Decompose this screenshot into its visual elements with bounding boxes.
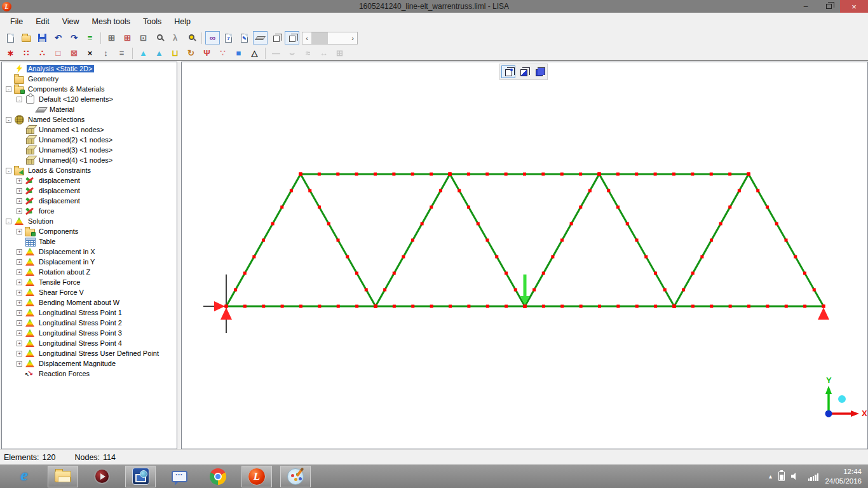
expand-toggle[interactable]: + (17, 310, 22, 316)
expand-toggle[interactable]: + (17, 361, 22, 367)
toolbar-scrollbar[interactable]: ‹› (302, 32, 358, 44)
tree-item-unnamed-3-1-nodes[interactable]: Unnamed(3) <1 nodes> (2, 145, 177, 155)
volume-icon[interactable] (791, 472, 798, 480)
taskbar-messaging-button[interactable] (164, 466, 194, 487)
show-selected-only-button[interactable]: ∞ (205, 31, 220, 44)
zoom-button[interactable] (152, 31, 166, 44)
element-tools-button[interactable]: ∷ (19, 46, 34, 60)
fly-through-button[interactable]: λ (168, 31, 182, 44)
tree-item-reaction-forces[interactable]: Reaction Forces (2, 369, 177, 379)
tree-item-force[interactable]: +force (2, 206, 177, 216)
taskbar-media-player-button[interactable] (86, 466, 117, 487)
expand-toggle[interactable]: + (17, 280, 22, 285)
menu-item-file[interactable]: File (4, 15, 29, 29)
revolve-button[interactable]: ↻ (184, 46, 198, 60)
nodes-between-button[interactable]: ∴ (35, 46, 50, 60)
expand-toggle[interactable]: + (17, 300, 22, 306)
menu-item-mesh-tools[interactable]: Mesh tools (86, 15, 137, 29)
toolbar-scroll-left[interactable]: ‹ (302, 34, 311, 42)
tree-item-unnamed-4-1-nodes[interactable]: Unnamed(4) <1 nodes> (2, 155, 177, 165)
renumber-elements-button[interactable]: ≡ (114, 46, 129, 60)
tree-item-longitudinal-stress-point-4[interactable]: +Longitudinal Stress Point 4 (2, 338, 177, 348)
save-button[interactable] (35, 31, 50, 44)
expand-toggle[interactable]: + (17, 229, 22, 234)
new-file-button[interactable] (3, 31, 18, 44)
taskbar-paint-button[interactable] (280, 466, 311, 487)
adjust-button[interactable]: ↔ (316, 46, 331, 60)
restore-button[interactable] (817, 0, 840, 13)
menu-item-tools[interactable]: Tools (137, 15, 168, 29)
isometric-view-button[interactable]: ⊞ (104, 31, 119, 44)
wireframe-element-view-button[interactable] (285, 31, 299, 44)
hidden-icons-chevron[interactable]: ▴ (769, 473, 772, 480)
axes-cube-view-button[interactable]: ⊞ (120, 31, 135, 44)
collapse-toggle[interactable]: - (6, 117, 11, 123)
straight-line-button[interactable]: — (269, 46, 283, 60)
expand-toggle[interactable]: + (17, 198, 22, 204)
expand-toggle[interactable]: + (17, 320, 22, 326)
solid-element-view-button[interactable] (269, 31, 283, 44)
tree-item-named-selections[interactable]: -Named Selections (2, 114, 177, 125)
hidden-line-mode-button[interactable] (517, 65, 531, 78)
tree-item-longitudinal-stress-user-defined-point[interactable]: +Longitudinal Stress User Defined Point (2, 348, 177, 358)
delete-button[interactable]: × (83, 46, 97, 60)
collapse-toggle[interactable]: - (6, 219, 11, 224)
tree-item-default-120-elements[interactable]: -Default <120 elements> (2, 94, 177, 104)
tree-item-longitudinal-stress-point-3[interactable]: +Longitudinal Stress Point 3 (2, 328, 177, 338)
collapse-toggle[interactable]: - (6, 86, 11, 92)
menu-item-view[interactable]: View (56, 15, 86, 29)
network-signal-icon[interactable] (808, 472, 819, 481)
copy-nodes-button[interactable]: ∵ (215, 46, 230, 60)
clock[interactable]: 12:44 24/05/2016 (825, 467, 862, 486)
close-button[interactable]: × (840, 0, 868, 13)
tree-item-displacement[interactable]: +displacement (2, 196, 177, 206)
tree-item-longitudinal-stress-point-1[interactable]: +Longitudinal Stress Point 1 (2, 308, 177, 318)
redo-button[interactable]: ↷ (67, 31, 81, 44)
tree-item-shear-force-v[interactable]: +Shear Force V (2, 287, 177, 297)
expand-toggle[interactable]: + (17, 269, 22, 275)
tree-item-longitudinal-stress-point-2[interactable]: +Longitudinal Stress Point 2 (2, 318, 177, 328)
tree-item-loads-constraints[interactable]: -Loads & Constraints (2, 165, 177, 175)
tree-item-tensile-force[interactable]: +Tensile Force (2, 277, 177, 287)
tree-item-table[interactable]: Table (2, 236, 177, 247)
taskbar-remote-desktop-button[interactable] (125, 466, 156, 487)
move-copy-button[interactable]: ▲ (136, 46, 151, 60)
collapse-toggle[interactable]: - (17, 97, 22, 102)
menu-item-help[interactable]: Help (168, 15, 197, 29)
measure-button[interactable] (184, 31, 198, 44)
toolbar-scroll-right[interactable]: › (348, 34, 357, 42)
expand-toggle[interactable]: + (17, 290, 22, 295)
renumber-nodes-button[interactable]: ↕ (98, 46, 113, 60)
expand-toggle[interactable]: + (17, 351, 22, 356)
toolbar-scroll-thumb[interactable] (311, 32, 328, 44)
expand-toggle[interactable]: + (17, 249, 22, 255)
tri-element-button[interactable]: △ (247, 46, 262, 60)
arc-button[interactable]: ⌣ (285, 46, 299, 60)
select-rectangle-button[interactable]: □ (51, 46, 65, 60)
expand-toggle[interactable]: + (17, 259, 22, 265)
tree-item-analysis-static-2d[interactable]: Analysis <Static 2D> (2, 64, 177, 74)
scale-button[interactable]: ▲ (152, 46, 166, 60)
tree-item-displacement-magnitude[interactable]: +Displacement Magnitude (2, 358, 177, 369)
expand-toggle[interactable]: + (17, 330, 22, 336)
tree-item-solution[interactable]: -Solution (2, 216, 177, 226)
tree-item-material[interactable]: Material (2, 104, 177, 114)
select-volume-button[interactable]: ⊠ (67, 46, 81, 60)
taskbar-lisa-button[interactable]: L (241, 466, 272, 487)
spline-button[interactable]: ≈ (301, 46, 315, 60)
menu-item-edit[interactable]: Edit (29, 15, 56, 29)
taskbar-file-explorer-button[interactable] (48, 466, 78, 487)
expand-toggle[interactable]: + (17, 208, 22, 214)
expand-toggle[interactable]: + (17, 178, 22, 184)
minimize-button[interactable]: – (794, 0, 817, 13)
battery-icon[interactable] (778, 471, 785, 481)
animate-button[interactable]: ⊞ (332, 46, 347, 60)
tree-item-unnamed-1-nodes[interactable]: Unnamed <1 nodes> (2, 125, 177, 135)
extrude-button[interactable]: ⊔ (168, 46, 182, 60)
shaded-element-view-button[interactable] (253, 31, 268, 44)
solid-mode-button[interactable] (532, 65, 546, 78)
tree-item-geometry[interactable]: Geometry (2, 74, 177, 84)
taskbar-internet-explorer-button[interactable]: e (9, 466, 39, 487)
refine-button[interactable]: ■ (231, 46, 246, 60)
collapse-toggle[interactable]: - (6, 168, 11, 173)
